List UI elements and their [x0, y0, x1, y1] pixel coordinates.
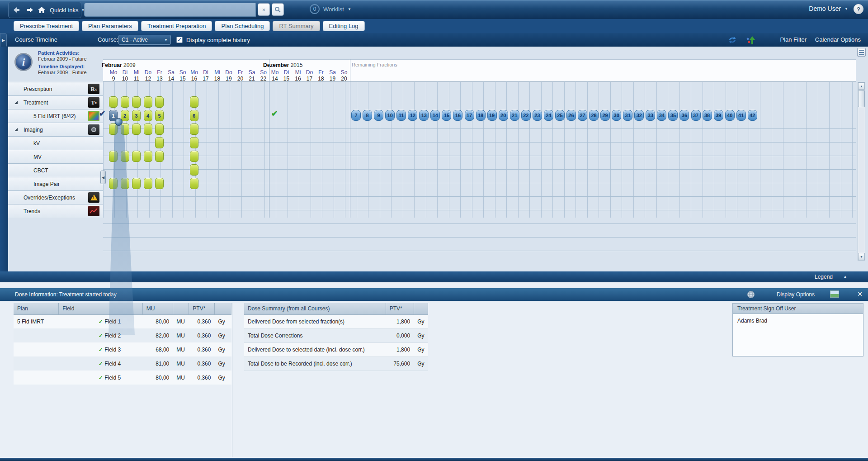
activity-chip[interactable]: [132, 178, 141, 189]
activity-chip[interactable]: [155, 124, 164, 135]
remaining-fraction-chip-11[interactable]: 11: [396, 110, 406, 121]
display-history-checkbox[interactable]: ✓: [176, 37, 183, 43]
activity-chip[interactable]: [121, 151, 129, 162]
remaining-fraction-chip-22[interactable]: 22: [521, 110, 531, 121]
timeline-row-label-treatment[interactable]: TreatmentTx: [8, 95, 103, 109]
remaining-fraction-chip-31[interactable]: 31: [623, 110, 632, 121]
activity-chip[interactable]: [144, 178, 152, 189]
activity-chip[interactable]: [132, 96, 141, 108]
timeline-row-label-overrides-exceptions[interactable]: Overrides/Exceptions: [8, 190, 103, 204]
activity-chip[interactable]: [190, 96, 198, 108]
col-header-mu-unit[interactable]: [173, 303, 189, 314]
fraction-chip-3[interactable]: 3: [132, 110, 141, 121]
worklist-menu[interactable]: 0 Worklist ▼: [310, 4, 351, 14]
remaining-fraction-chip-21[interactable]: 21: [510, 110, 519, 121]
panel-expander-handle[interactable]: ▶: [0, 33, 7, 48]
activity-chip[interactable]: [144, 124, 152, 135]
activity-chip[interactable]: [155, 178, 164, 189]
remaining-fraction-chip-34[interactable]: 34: [657, 110, 666, 121]
remaining-fraction-chip-26[interactable]: 26: [566, 110, 576, 121]
col-header-ptv[interactable]: PTV*: [189, 303, 215, 314]
remaining-fraction-chip-40[interactable]: 40: [725, 110, 735, 121]
timeline-row-label-5-fld-imrt-6-42-[interactable]: 5 Fld IMRT (6/42): [8, 109, 103, 123]
remaining-fraction-chip-37[interactable]: 37: [691, 110, 701, 121]
activity-chip[interactable]: [132, 151, 141, 162]
legend-collapse-button[interactable]: ▲: [841, 273, 849, 280]
refresh-button[interactable]: [728, 36, 737, 44]
globe-icon[interactable]: [747, 290, 755, 299]
scroll-up-button[interactable]: ▲: [858, 82, 865, 90]
col-header-dose-summary[interactable]: Dose Summary (from all Courses): [244, 303, 386, 314]
activity-chip[interactable]: [144, 151, 152, 162]
calendar-options-button[interactable]: Calendar Options: [815, 36, 861, 43]
col-header-plan[interactable]: Plan: [14, 303, 59, 314]
activity-chip[interactable]: [121, 178, 129, 189]
activity-chip[interactable]: [121, 96, 129, 108]
field-table-row[interactable]: 5 Fld IMRT✓ Field 180,00MU0,360Gy: [14, 314, 231, 328]
activity-chip[interactable]: [109, 178, 118, 189]
activity-chip[interactable]: [109, 151, 118, 162]
field-table-row[interactable]: ✓ Field 282,00MU0,360Gy: [14, 328, 231, 342]
remaining-fraction-chip-19[interactable]: 19: [487, 110, 497, 121]
help-button[interactable]: ?: [854, 4, 863, 14]
user-menu[interactable]: Demo User ▼: [809, 5, 848, 12]
activity-chip[interactable]: [155, 96, 164, 108]
activity-chip[interactable]: [132, 124, 141, 135]
remaining-fraction-chip-18[interactable]: 18: [476, 110, 486, 121]
grid-options-button[interactable]: [857, 48, 866, 57]
timeline-row-label-imaging[interactable]: Imaging: [8, 123, 103, 136]
activity-chip[interactable]: [121, 124, 129, 135]
tab-plan-scheduling[interactable]: Plan Scheduling: [215, 21, 270, 31]
remaining-fraction-chip-13[interactable]: 13: [419, 110, 429, 121]
field-table-row[interactable]: ✓ Field 580,00MU0,360Gy: [14, 371, 231, 385]
activity-chip[interactable]: [155, 137, 164, 148]
timeline-row-label-trends[interactable]: Trends: [8, 204, 103, 218]
scroll-down-button[interactable]: ▼: [858, 253, 865, 260]
col-header-field[interactable]: Field: [59, 303, 142, 314]
patient-search-input[interactable]: [84, 3, 256, 17]
remaining-fraction-chip-17[interactable]: 17: [465, 110, 474, 121]
remaining-fraction-chip-10[interactable]: 10: [385, 110, 395, 121]
remaining-fraction-chip-24[interactable]: 24: [544, 110, 553, 121]
forward-arrow-icon[interactable]: [25, 6, 33, 14]
remaining-fraction-chip-7[interactable]: 7: [351, 110, 361, 121]
activity-chip[interactable]: [190, 178, 198, 189]
remaining-fraction-chip-32[interactable]: 32: [634, 110, 644, 121]
fraction-chip-6[interactable]: 6: [190, 110, 198, 121]
course-select[interactable]: C1 - Active ▼: [118, 35, 171, 45]
col-header-ptv-unit[interactable]: [214, 303, 231, 314]
scrollbar-thumb[interactable]: [858, 90, 865, 107]
remaining-fraction-chip-39[interactable]: 39: [714, 110, 723, 121]
remaining-fraction-chip-23[interactable]: 23: [533, 110, 542, 121]
remaining-fraction-chip-14[interactable]: 14: [430, 110, 440, 121]
fraction-chip-5[interactable]: 5: [155, 110, 164, 121]
expander-triangle-icon[interactable]: [14, 128, 18, 131]
image-preview-icon[interactable]: [830, 290, 839, 298]
fraction-chip-4[interactable]: 4: [144, 110, 152, 121]
remaining-fraction-chip-38[interactable]: 38: [703, 110, 712, 121]
tab-prescribe-treatment[interactable]: Prescribe Treatment: [14, 21, 79, 31]
activity-chip[interactable]: [144, 96, 152, 108]
selected-fraction-marker[interactable]: [115, 118, 123, 126]
remaining-fraction-chip-27[interactable]: 27: [578, 110, 587, 121]
remaining-fraction-chip-9[interactable]: 9: [374, 110, 383, 121]
search-button[interactable]: [272, 3, 284, 16]
remaining-fraction-chip-28[interactable]: 28: [589, 110, 599, 121]
back-arrow-icon[interactable]: [13, 6, 21, 14]
clear-search-button[interactable]: ×: [258, 3, 270, 16]
remaining-fraction-chip-20[interactable]: 20: [499, 110, 508, 121]
timeline-row-label-prescription[interactable]: PrescriptionRx: [8, 82, 103, 95]
tab-treatment-preparation[interactable]: Treatment Preparation: [141, 21, 212, 31]
timeline-row-label-kv[interactable]: kV: [8, 136, 103, 150]
expander-triangle-icon[interactable]: [14, 101, 18, 104]
activity-chip[interactable]: [190, 151, 198, 162]
activity-chip[interactable]: [109, 96, 118, 108]
vertical-scrollbar[interactable]: ▲ ▼: [858, 82, 865, 261]
remaining-fraction-chip-29[interactable]: 29: [600, 110, 610, 121]
activity-chip[interactable]: [155, 151, 164, 162]
remaining-fraction-chip-41[interactable]: 41: [736, 110, 746, 121]
col-header-summary-ptv[interactable]: PTV*: [386, 303, 414, 314]
activity-chip[interactable]: [190, 164, 198, 176]
remaining-fraction-chip-42[interactable]: 42: [748, 110, 757, 121]
label-panel-collapse-handle[interactable]: ◀: [100, 171, 106, 184]
